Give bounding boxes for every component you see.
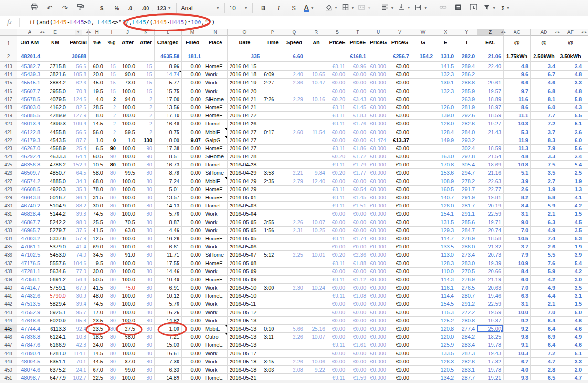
cell-AF438[interactable]: 4.2	[557, 268, 584, 276]
cell-M424[interactable]: 0.00	[182, 153, 203, 161]
column-header-AC[interactable]: ▸AC	[504, 29, 531, 36]
cell-V425[interactable]: €0.00	[388, 161, 411, 169]
cell-tail[interactable]	[584, 87, 588, 95]
cell-K418[interactable]: 2	[137, 104, 155, 112]
cell-S421[interactable]: €0.00	[327, 128, 347, 136]
cell-W439[interactable]	[411, 276, 435, 284]
column-header-L[interactable]: L	[155, 29, 182, 36]
cell-X429[interactable]: 140.7	[435, 194, 456, 202]
cell-E416[interactable]: 3955.0	[42, 87, 68, 95]
merge-cells-button[interactable]: ▼	[357, 2, 372, 14]
cell-AC414[interactable]: 9.6	[504, 71, 531, 79]
cell-W449[interactable]	[411, 358, 435, 366]
cell-I446[interactable]: 80	[105, 333, 118, 341]
cell-F445[interactable]: 92.4	[68, 325, 89, 333]
cell-Z421[interactable]: 21.43	[477, 128, 504, 136]
cell-N445[interactable]: MobiE	[203, 325, 228, 333]
cell-R416[interactable]	[305, 87, 327, 95]
cell-L446[interactable]: 7.21	[155, 333, 182, 341]
cell-AC440[interactable]: 7.0	[504, 284, 531, 292]
cell-V432[interactable]: €0.00	[388, 218, 411, 227]
cell-F434[interactable]: 57.9	[68, 235, 89, 243]
cell-M437[interactable]: 0.00	[182, 259, 203, 268]
cell-T440[interactable]: €0.00	[347, 284, 368, 292]
cell-V446[interactable]: €0.00	[388, 333, 411, 341]
cell-T421[interactable]: €0.00	[347, 128, 368, 136]
cell-R413[interactable]	[305, 62, 327, 71]
cell-E446[interactable]: 6124.1	[42, 333, 68, 341]
cell-N442[interactable]: Work	[203, 300, 228, 308]
hidden-columns-expand-icon[interactable]: ▸	[558, 30, 560, 34]
row-header-441[interactable]: 441	[0, 292, 17, 300]
cell-I421[interactable]: 2	[105, 128, 118, 136]
cell-Y2[interactable]: 282.0	[456, 52, 477, 62]
cell-P427[interactable]: 2:35	[262, 177, 284, 186]
cell-X432[interactable]: 131.5	[435, 218, 456, 227]
cell-Y442[interactable]: 291.2	[456, 300, 477, 308]
cell-Z448[interactable]: 19.43	[477, 350, 504, 358]
cell-AF432[interactable]: 4.5	[557, 218, 584, 227]
cell-Z433[interactable]: 20.74	[477, 227, 504, 235]
cell-W424[interactable]	[411, 153, 435, 161]
cell-H429[interactable]: 31.5	[89, 194, 105, 202]
row-header-434[interactable]: 434	[0, 235, 17, 243]
column-title-K[interactable]: %g After	[137, 36, 155, 52]
cell-X447[interactable]: 125.9	[435, 341, 456, 349]
cell-J432[interactable]: 70.5	[118, 218, 137, 227]
cell-R428[interactable]	[305, 186, 327, 194]
cell-M426[interactable]: 0.00	[182, 169, 203, 177]
cell-U415[interactable]: €0.000	[368, 79, 388, 87]
cell-J428[interactable]: 100.0	[118, 186, 137, 194]
cell-T420[interactable]: €1.76	[347, 120, 368, 128]
cell-N446[interactable]: Outro	[203, 333, 228, 341]
cell-M413[interactable]: 0.00	[182, 62, 203, 71]
cell-AF449[interactable]: 3.3	[557, 358, 584, 366]
paint-format-button[interactable]	[73, 2, 87, 14]
cell-V423[interactable]: €0.00	[388, 145, 411, 153]
cell-W432[interactable]	[411, 218, 435, 227]
cell-R417[interactable]: 10.16	[305, 95, 327, 104]
cell-H2[interactable]	[89, 52, 105, 62]
filter-button[interactable]: ▼	[482, 2, 497, 14]
cell-Z432[interactable]: 19.71	[477, 218, 504, 227]
cell-T417[interactable]: €3.43	[347, 95, 368, 104]
cell-E413[interactable]: 3715.8	[42, 62, 68, 71]
cell-R440[interactable]: 10.24	[305, 284, 327, 292]
cell-K426[interactable]: 80	[137, 169, 155, 177]
cell-Z442[interactable]: 22.59	[477, 300, 504, 308]
cell-AD437[interactable]: 7.6	[531, 259, 557, 268]
cell-AF2[interactable]: 3.50kWh	[557, 52, 584, 62]
cell-S433[interactable]: €0.00	[327, 227, 347, 235]
cell-U413[interactable]: €0.000	[368, 62, 388, 71]
hidden-columns-expand-icon[interactable]: ◂	[86, 30, 88, 34]
cell-E417[interactable]: 4079.5	[42, 95, 68, 104]
cell-T414[interactable]: €0.00	[347, 71, 368, 79]
cell-Q424[interactable]	[284, 153, 305, 161]
cell-AF437[interactable]: 5.4	[557, 259, 584, 268]
cell-N432[interactable]: Work	[203, 218, 228, 227]
cell-AC442[interactable]: 3.1	[504, 300, 531, 308]
cell-U448[interactable]: €0.000	[368, 350, 388, 358]
cell-R445[interactable]: 25.16	[305, 325, 327, 333]
cell-I426[interactable]: 80	[105, 169, 118, 177]
cell-AC439[interactable]: 6.0	[504, 276, 531, 284]
cell-N420[interactable]: HomeE	[203, 120, 228, 128]
row-header-437[interactable]: 437	[0, 259, 17, 268]
cell-M431[interactable]: 0.00	[182, 210, 203, 218]
cell-A424[interactable]: 46292.4	[17, 153, 42, 161]
cell-P421[interactable]: 0:17	[262, 128, 284, 136]
increase-decimals-button[interactable]: .00→	[140, 2, 155, 14]
cell-H446[interactable]: 18.5	[89, 333, 105, 341]
cell-W2[interactable]: 154.2	[411, 52, 435, 62]
row-header-439[interactable]: 439	[0, 276, 17, 284]
horizontal-align-button[interactable]: ▼	[379, 2, 395, 14]
cell-F431[interactable]: 39.3	[68, 210, 89, 218]
cell-R435[interactable]	[305, 243, 327, 251]
cell-AD440[interactable]: 4.9	[531, 284, 557, 292]
cell-P415[interactable]: 2:27	[262, 79, 284, 87]
vertical-align-button[interactable]: ▼	[396, 2, 412, 14]
cell-F448[interactable]: 114.1	[68, 350, 89, 358]
cell-A426[interactable]: 46509.7	[17, 169, 42, 177]
cell-X440[interactable]: 116.1	[435, 284, 456, 292]
cell-U436[interactable]: €0.000	[368, 251, 388, 259]
